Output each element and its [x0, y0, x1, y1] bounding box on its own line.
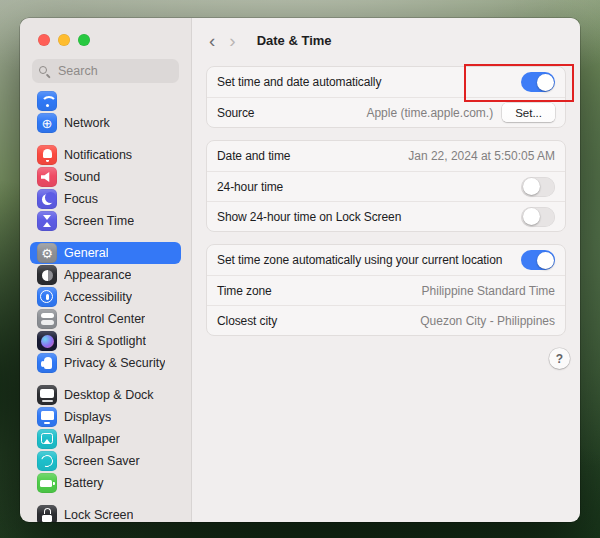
minimize-button[interactable]: [58, 34, 70, 46]
sidebar-item-control-center[interactable]: Control Center: [30, 308, 181, 330]
sidebar-item-label: Network: [64, 116, 110, 130]
moon-icon: [37, 189, 57, 209]
sidebar-item-label: Wallpaper: [64, 432, 120, 446]
globe-icon: ⊕: [37, 113, 57, 133]
sidebar-item-label: Control Center: [64, 312, 145, 326]
setting-label: Set time and date automatically: [217, 75, 381, 89]
sidebar-item-wallpaper[interactable]: Wallpaper: [30, 428, 181, 450]
sidebar-group-gap: [30, 232, 181, 242]
sidebar-item-partial[interactable]: [30, 90, 181, 112]
gear-icon: ⚙: [37, 243, 57, 263]
sidebar-item-label: Siri & Spotlight: [64, 334, 146, 348]
sidebar-item-label: Lock Screen: [64, 508, 133, 522]
display-icon: [37, 407, 57, 427]
traffic-lights: [20, 18, 191, 46]
sidebar-item-accessibility[interactable]: Accessibility: [30, 286, 181, 308]
setting-label: Show 24-hour time on Lock Screen: [217, 210, 401, 224]
sidebar-item-siri-spotlight[interactable]: Siri & Spotlight: [30, 330, 181, 352]
sidebar-item-displays[interactable]: Displays: [30, 406, 181, 428]
set-time-automatically-toggle[interactable]: [521, 72, 555, 92]
setting-row-set-time-zone-automatically: Set time zone automatically using your c…: [207, 245, 565, 275]
set-time-zone-automatically-toggle[interactable]: [521, 250, 555, 270]
sidebar-item-label: Notifications: [64, 148, 132, 162]
setting-row-24-hour-time: 24-hour time: [207, 171, 565, 201]
sidebar-group-gap: [30, 494, 181, 504]
speaker-icon: [37, 167, 57, 187]
setting-label: Source: [217, 106, 254, 120]
sidebar-item-screen-time[interactable]: Screen Time: [30, 210, 181, 232]
sidebar-item-label: Appearance: [64, 268, 131, 282]
accessibility-icon: [37, 287, 57, 307]
settings-group-time-format: Date and time Jan 22, 2024 at 5:50:05 AM…: [206, 140, 566, 232]
page-title: Date & Time: [257, 33, 332, 48]
setting-row-date-and-time: Date and time Jan 22, 2024 at 5:50:05 AM: [207, 141, 565, 171]
setting-label: Time zone: [217, 284, 272, 298]
24-hour-time-toggle[interactable]: [521, 177, 555, 197]
hourglass-icon: [37, 211, 57, 231]
search-icon: [39, 66, 50, 77]
bell-icon: [37, 145, 57, 165]
sidebar-item-label: Focus: [64, 192, 98, 206]
battery-icon: [37, 473, 57, 493]
hand-icon: [37, 353, 57, 373]
screensaver-icon: [37, 451, 57, 471]
sidebar-item-screen-saver[interactable]: Screen Saver: [30, 450, 181, 472]
sidebar-item-focus[interactable]: Focus: [30, 188, 181, 210]
sidebar-item-privacy-security[interactable]: Privacy & Security: [30, 352, 181, 374]
search-field[interactable]: [32, 59, 179, 83]
closest-city-value: Quezon City - Philippines: [420, 314, 555, 328]
sidebar-nav: ⊕ Network Notifications Sound Focus Scre…: [20, 90, 191, 522]
sidebar-item-label: Privacy & Security: [64, 356, 165, 370]
control-center-icon: [37, 309, 57, 329]
setting-label: Set time zone automatically using your c…: [217, 253, 502, 267]
close-button[interactable]: [38, 34, 50, 46]
setting-label: Closest city: [217, 314, 277, 328]
settings-group-automatic: Set time and date automatically Source A…: [206, 66, 566, 128]
sidebar-item-label: Displays: [64, 410, 111, 424]
panel-header: ‹ › Date & Time: [192, 18, 580, 62]
sidebar-group-gap: [30, 134, 181, 144]
wallpaper-icon: [37, 429, 57, 449]
sidebar-group-gap: [30, 374, 181, 384]
date-time-panel: ‹ › Date & Time Set time and date automa…: [192, 18, 580, 522]
sidebar: ⊕ Network Notifications Sound Focus Scre…: [20, 18, 192, 522]
sidebar-item-label: Screen Time: [64, 214, 134, 228]
setting-row-set-time-automatically: Set time and date automatically: [207, 67, 565, 97]
setting-row-closest-city: Closest city Quezon City - Philippines: [207, 305, 565, 335]
sidebar-item-label: Battery: [64, 476, 104, 490]
date-time-value: Jan 22, 2024 at 5:50:05 AM: [408, 149, 555, 163]
help-row: ?: [192, 336, 580, 369]
sidebar-item-label: Accessibility: [64, 290, 132, 304]
help-button[interactable]: ?: [549, 348, 570, 369]
search-input[interactable]: [56, 63, 172, 79]
sidebar-item-network[interactable]: ⊕ Network: [30, 112, 181, 134]
sidebar-item-battery[interactable]: Battery: [30, 472, 181, 494]
sidebar-item-lock-screen[interactable]: Lock Screen: [30, 504, 181, 522]
settings-window: ⊕ Network Notifications Sound Focus Scre…: [20, 18, 580, 522]
sidebar-item-notifications[interactable]: Notifications: [30, 144, 181, 166]
zoom-button[interactable]: [78, 34, 90, 46]
sidebar-item-sound[interactable]: Sound: [30, 166, 181, 188]
forward-button[interactable]: ›: [222, 31, 242, 50]
lock-icon: [37, 505, 57, 522]
siri-icon: [37, 331, 57, 351]
wifi-icon: [37, 91, 57, 111]
sidebar-item-label: Screen Saver: [64, 454, 140, 468]
setting-label: Date and time: [217, 149, 290, 163]
dock-icon: [37, 385, 57, 405]
sidebar-item-label: Sound: [64, 170, 100, 184]
sidebar-item-desktop-dock[interactable]: Desktop & Dock: [30, 384, 181, 406]
source-value: Apple (time.apple.com.): [366, 106, 493, 120]
appearance-icon: [37, 265, 57, 285]
back-button[interactable]: ‹: [202, 31, 222, 50]
set-source-button[interactable]: Set...: [502, 103, 555, 122]
setting-row-source: Source Apple (time.apple.com.) Set...: [207, 97, 565, 127]
sidebar-item-appearance[interactable]: Appearance: [30, 264, 181, 286]
sidebar-item-general[interactable]: ⚙ General: [30, 242, 181, 264]
sidebar-item-label: Desktop & Dock: [64, 388, 154, 402]
setting-label: 24-hour time: [217, 180, 283, 194]
show-24-hour-lock-screen-toggle[interactable]: [521, 207, 555, 227]
setting-row-24-hour-lock-screen: Show 24-hour time on Lock Screen: [207, 201, 565, 231]
sidebar-item-label: General: [64, 246, 108, 260]
settings-group-time-zone: Set time zone automatically using your c…: [206, 244, 566, 336]
